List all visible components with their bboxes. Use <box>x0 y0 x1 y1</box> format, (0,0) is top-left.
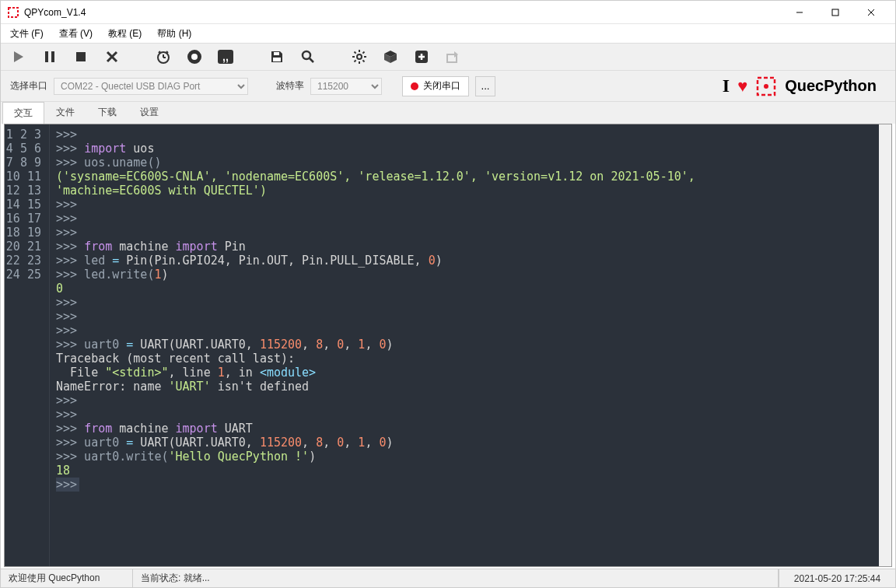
svg-point-22 <box>303 51 310 59</box>
svg-rect-6 <box>45 51 48 62</box>
svg-text:,,: ,, <box>222 51 229 63</box>
status-time: 2021-05-20 17:25:44 <box>779 569 895 587</box>
svg-line-23 <box>310 58 313 62</box>
app-icon <box>7 6 19 19</box>
svg-rect-0 <box>9 8 18 17</box>
tab-interact[interactable]: 交互 <box>2 102 44 124</box>
quote-icon[interactable]: ,, <box>217 48 234 65</box>
search-icon[interactable] <box>299 48 317 65</box>
close-button[interactable] <box>853 1 889 24</box>
status-state: 当前状态: 就绪... <box>133 569 779 587</box>
toolbar: ,, <box>1 43 895 71</box>
svg-rect-20 <box>274 52 279 55</box>
pause-icon[interactable] <box>41 48 58 65</box>
svg-line-29 <box>355 52 356 54</box>
tab-settings[interactable]: 设置 <box>128 101 170 124</box>
clock-icon[interactable] <box>155 48 172 65</box>
share-icon[interactable] <box>444 48 461 65</box>
menu-tutorial[interactable]: 教程 (E) <box>105 26 145 42</box>
quecpython-logo-icon <box>755 75 777 97</box>
brand: I ♥ QuecPython <box>723 75 886 97</box>
save-icon[interactable] <box>268 48 285 65</box>
window-title: QPYcom_V1.4 <box>24 7 782 18</box>
cube-icon[interactable] <box>382 48 399 65</box>
menubar: 文件 (F) 查看 (V) 教程 (E) 帮助 (H) <box>1 24 895 43</box>
code-area[interactable]: >>> >>> import uos >>> uos.uname() ('sys… <box>50 124 879 566</box>
svg-line-30 <box>362 60 364 61</box>
play-icon[interactable] <box>10 48 27 65</box>
tab-bar: 交互 文件 下载 设置 <box>1 102 895 124</box>
window-controls <box>782 1 889 24</box>
svg-marker-5 <box>14 51 23 62</box>
svg-point-41 <box>764 84 768 89</box>
svg-point-24 <box>357 54 362 59</box>
scrollbar[interactable] <box>879 124 891 566</box>
plus-icon[interactable] <box>413 48 430 65</box>
stop-icon[interactable] <box>72 48 89 65</box>
cancel-icon[interactable] <box>103 48 121 65</box>
svg-rect-21 <box>273 58 281 61</box>
app-window: QPYcom_V1.4 文件 (F) 查看 (V) 教程 (E) 帮助 (H) … <box>0 0 896 588</box>
brand-text: QuecPython <box>785 77 877 95</box>
svg-line-32 <box>362 52 364 54</box>
menu-help[interactable]: 帮助 (H) <box>154 26 194 42</box>
svg-line-15 <box>166 51 168 53</box>
svg-line-14 <box>159 51 160 53</box>
baud-select[interactable]: 115200 <box>310 78 382 95</box>
circle-icon[interactable] <box>186 48 203 65</box>
port-select[interactable]: COM22 - Quectel USB DIAG Port <box>54 78 248 95</box>
close-port-label: 关闭串口 <box>423 79 460 93</box>
svg-rect-2 <box>832 9 838 16</box>
heart-icon: ♥ <box>737 76 747 96</box>
more-button[interactable]: ... <box>475 76 495 96</box>
status-welcome: 欢迎使用 QuecPython <box>1 569 133 587</box>
svg-rect-7 <box>51 51 54 62</box>
menu-file[interactable]: 文件 (F) <box>7 26 47 42</box>
tab-download[interactable]: 下载 <box>86 101 128 124</box>
minimize-button[interactable] <box>782 1 817 24</box>
svg-point-17 <box>191 54 198 60</box>
line-gutter: 1 2 3 4 5 6 7 8 9 10 11 12 13 14 15 16 1… <box>5 124 50 566</box>
record-dot-icon <box>411 82 418 90</box>
titlebar: QPYcom_V1.4 <box>1 1 895 24</box>
menu-view[interactable]: 查看 (V) <box>56 26 96 42</box>
port-label: 选择串口 <box>10 79 47 93</box>
svg-line-31 <box>355 60 356 61</box>
gear-icon[interactable] <box>351 48 368 65</box>
brand-i: I <box>723 75 730 96</box>
connection-bar: 选择串口 COM22 - Quectel USB DIAG Port 波特率 1… <box>1 71 895 102</box>
statusbar: 欢迎使用 QuecPython 当前状态: 就绪... 2021-05-20 1… <box>1 569 895 587</box>
tab-file[interactable]: 文件 <box>44 101 86 124</box>
baud-label: 波特率 <box>276 79 304 93</box>
maximize-button[interactable] <box>817 1 853 24</box>
editor[interactable]: 1 2 3 4 5 6 7 8 9 10 11 12 13 14 15 16 1… <box>4 124 892 567</box>
close-port-button[interactable]: 关闭串口 <box>402 76 469 96</box>
svg-rect-8 <box>76 52 86 61</box>
